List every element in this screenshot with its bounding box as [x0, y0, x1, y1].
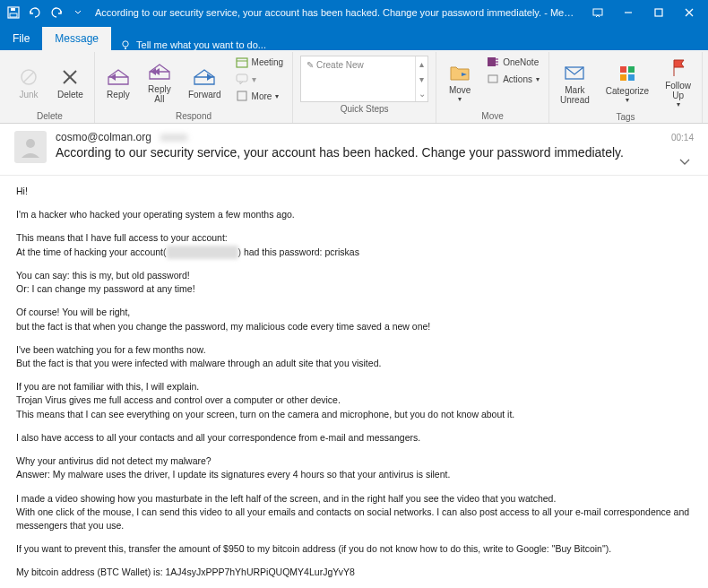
follow-up-button[interactable]: Follow Up▾: [658, 54, 698, 110]
svg-rect-20: [496, 58, 498, 60]
minimize-button[interactable]: [613, 0, 643, 25]
svg-rect-15: [237, 58, 247, 67]
svg-rect-27: [620, 74, 626, 81]
onenote-icon: [487, 56, 499, 68]
redo-icon[interactable]: [47, 3, 66, 22]
expand-header-button[interactable]: [676, 155, 694, 169]
categorize-icon: [615, 61, 640, 86]
maximize-button[interactable]: [643, 0, 674, 25]
body-line: You can say: this is my, but old passwor…: [16, 269, 692, 296]
from-redacted: xxxxx: [160, 131, 187, 143]
svg-rect-18: [237, 91, 246, 100]
gallery-expand-icon[interactable]: ⌄: [416, 86, 427, 101]
gallery-down-icon[interactable]: ▾: [416, 72, 427, 87]
quick-steps-gallery[interactable]: ✎ Create New ▴ ▾ ⌄: [300, 56, 428, 102]
svg-rect-28: [628, 74, 635, 81]
tell-me[interactable]: Tell me what you want to do...: [111, 39, 275, 50]
close-button[interactable]: [674, 0, 704, 25]
reply-icon: [106, 65, 131, 90]
svg-rect-21: [496, 61, 498, 63]
save-icon[interactable]: [4, 3, 23, 22]
group-move: Move▾ OneNote Actions▾ Move: [436, 52, 549, 123]
group-respond: Reply Reply All Forward Meeting ▾ More▾ …: [95, 52, 293, 123]
actions-button[interactable]: Actions▾: [481, 71, 545, 87]
create-new-quickstep[interactable]: ✎ Create New: [307, 60, 364, 70]
body-line: This means that I have full access to yo…: [16, 231, 692, 258]
subject-line: According to our security service, your …: [56, 145, 671, 160]
move-folder-icon: [447, 60, 472, 85]
svg-rect-25: [620, 66, 626, 73]
forward-button[interactable]: Forward: [181, 54, 229, 109]
group-delete: Junk Delete Delete: [5, 52, 95, 123]
actions-icon: [487, 73, 499, 85]
im-button[interactable]: ▾: [230, 71, 289, 87]
body-line: I'm a hacker who hacked your operating s…: [16, 208, 692, 221]
header-text: cosmo@colman.org xxxxx According to our …: [56, 131, 671, 160]
svg-rect-17: [237, 74, 247, 82]
categorize-button[interactable]: Categorize▾: [599, 54, 656, 110]
mark-unread-icon: [562, 60, 587, 85]
body-line: I've been watching you for a few months …: [16, 343, 692, 370]
reply-all-icon: [147, 59, 172, 84]
group-move-label: Move: [440, 109, 545, 123]
gallery-scroll: ▴ ▾ ⌄: [415, 56, 427, 101]
tab-file[interactable]: File: [0, 27, 42, 50]
group-quicksteps-label: Quick Steps: [297, 102, 432, 116]
group-editing: aあ Translate▾ ▾ Editing: [703, 52, 708, 123]
more-respond-button[interactable]: More▾: [230, 88, 289, 104]
undo-icon[interactable]: [25, 3, 45, 22]
meeting-icon: [236, 56, 248, 68]
ribbon-tabs: File Message Tell me what you want to do…: [0, 25, 708, 50]
avatar: [14, 131, 47, 163]
ribbon: Junk Delete Delete Reply Reply All Forwa…: [0, 50, 708, 124]
junk-icon: [16, 65, 41, 90]
tab-message[interactable]: Message: [42, 27, 111, 50]
junk-button[interactable]: Junk: [9, 54, 48, 109]
body-line: I made a video showing how you masturbat…: [16, 492, 692, 533]
redacted-email: xxxxxxxxxxxx: [167, 246, 238, 259]
window-title: According to our security service, your …: [88, 7, 583, 18]
svg-rect-5: [655, 9, 662, 16]
reply-button[interactable]: Reply: [99, 54, 138, 109]
message-header: cosmo@colman.org xxxxx According to our …: [0, 124, 708, 176]
delete-button[interactable]: Delete: [50, 54, 91, 109]
body-line: I also have access to all your contacts …: [16, 431, 692, 445]
svg-point-36: [26, 139, 35, 148]
group-respond-label: Respond: [99, 109, 289, 123]
lightbulb-icon: [120, 39, 131, 50]
qat-dropdown-icon[interactable]: [68, 3, 88, 22]
more-icon: [236, 90, 248, 102]
svg-rect-3: [593, 9, 602, 15]
body-line: If you want to prevent this, transfer th…: [16, 542, 692, 556]
im-icon: [236, 73, 248, 85]
delete-icon: [57, 65, 82, 90]
move-button[interactable]: Move▾: [440, 54, 479, 109]
svg-line-12: [23, 72, 34, 82]
forward-icon: [192, 65, 217, 90]
group-tags: Mark Unread Categorize▾ Follow Up▾ Tags: [549, 52, 703, 123]
body-line: My bitcoin address (BTC Wallet) is: 1AJ4…: [16, 566, 692, 579]
from-address: cosmo@colman.org: [56, 131, 151, 143]
meeting-button[interactable]: Meeting: [230, 54, 289, 70]
message-time: 00:14: [671, 133, 694, 143]
svg-rect-23: [488, 75, 497, 82]
group-tags-label: Tags: [553, 110, 698, 124]
body-line: Of course! You will be right,but the fac…: [16, 306, 692, 333]
reply-all-button[interactable]: Reply All: [140, 54, 179, 109]
svg-point-8: [123, 41, 128, 47]
title-bar: According to our security service, your …: [0, 0, 708, 25]
body-line: Why your antivirus did not detect my mal…: [16, 454, 692, 481]
message-body: Hi! I'm a hacker who hacked your operati…: [0, 176, 708, 588]
svg-rect-26: [628, 66, 635, 73]
mark-unread-button[interactable]: Mark Unread: [553, 54, 597, 110]
body-line: If you are not familiar with this, I wil…: [16, 380, 692, 421]
ribbon-options-icon[interactable]: [583, 0, 613, 25]
onenote-button[interactable]: OneNote: [481, 54, 545, 70]
flag-icon: [666, 56, 691, 81]
gallery-up-icon[interactable]: ▴: [416, 56, 427, 72]
from-line: cosmo@colman.org xxxxx: [56, 131, 671, 143]
body-line: Hi!: [16, 185, 692, 198]
svg-rect-22: [496, 64, 498, 65]
quick-access-toolbar: [4, 3, 88, 22]
svg-rect-19: [488, 57, 496, 66]
